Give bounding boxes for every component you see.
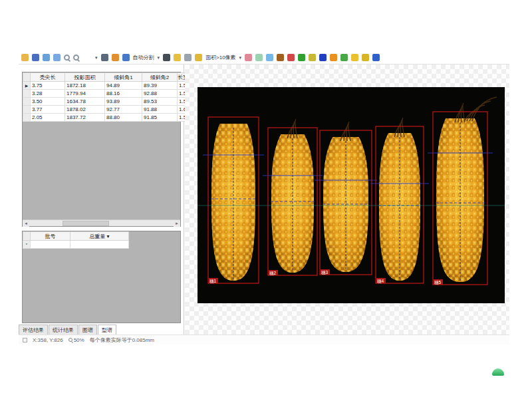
table-cell: 89.39 — [142, 82, 178, 90]
ear-label: 穗4 — [376, 278, 386, 284]
table-cell: 91.88 — [142, 106, 178, 114]
table-row[interactable]: ▶3.751872.1894.8989.391.58 — [23, 82, 190, 90]
table-cell: 3.28 — [31, 90, 65, 98]
monitor-icon[interactable] — [184, 54, 192, 61]
flower-icon[interactable] — [340, 54, 348, 61]
table-cell: 1878.02 — [65, 106, 105, 114]
svg-text:穗3: 穗3 — [321, 270, 329, 275]
column-header[interactable]: 投影面积 — [65, 73, 105, 82]
row-selector[interactable] — [23, 90, 31, 98]
column-header[interactable]: 总重量 ▾ — [70, 232, 129, 241]
pointer-icon[interactable] — [101, 54, 108, 61]
pink-tool-icon[interactable] — [245, 54, 252, 61]
row-header — [23, 232, 31, 241]
save-icon[interactable] — [32, 54, 39, 61]
empty-cell[interactable] — [70, 241, 129, 249]
table-cell: 91.85 — [142, 114, 178, 122]
print-icon[interactable] — [53, 54, 61, 61]
cursor-coordinates: X:358, Y:826 — [33, 337, 63, 343]
table-row[interactable]: 3.501634.7893.8989.531.52 — [23, 98, 190, 106]
tab-型谱[interactable]: 型谱 — [98, 325, 116, 334]
column-header[interactable]: 批号 — [31, 232, 70, 241]
tab-评估结果[interactable]: 评估结果 — [19, 325, 48, 334]
main-toolbar: ▾自动分割▾面积>10像素▾ — [21, 52, 367, 63]
chart-icon[interactable] — [362, 54, 369, 61]
brand-logo-icon — [492, 368, 504, 376]
brown-square-icon[interactable] — [277, 54, 284, 61]
scroll-left-arrow[interactable]: ◄ — [23, 220, 29, 227]
dropdown-caret-icon[interactable]: ▾ — [158, 55, 160, 61]
table-cell: 2.05 — [31, 114, 65, 122]
table-cell: 1634.78 — [65, 98, 105, 106]
zoom-out-icon[interactable] — [73, 55, 79, 61]
svg-text:穗2: 穗2 — [269, 271, 277, 276]
bars-icon[interactable] — [351, 54, 358, 61]
ear-label: 穗1 — [209, 278, 218, 284]
image-viewer[interactable]: 穗1穗2穗3穗4穗5 — [185, 65, 509, 334]
mint-tool-icon[interactable] — [255, 54, 263, 61]
blue-square-icon[interactable] — [319, 54, 327, 61]
mountain-icon[interactable] — [122, 54, 130, 61]
zoom-level: 50% — [68, 337, 84, 343]
ear-label: 穗5 — [434, 279, 443, 285]
row-selector[interactable] — [23, 106, 31, 114]
sky-tool-icon[interactable] — [266, 54, 273, 61]
results-table: 秃尖长投影面积倾斜角1倾斜角2长宽比 ▶3.751872.1894.8989.3… — [23, 72, 190, 122]
weight-table-header: 批号总重量 ▾ — [23, 232, 129, 241]
corn-analysis-overlay: 穗1穗2穗3穗4穗5 — [198, 87, 505, 303]
results-table-container: 秃尖长投影面积倾斜角1倾斜角2长宽比 ▶3.751872.1894.8989.3… — [22, 72, 181, 227]
scrollbar-thumb[interactable] — [63, 221, 109, 226]
dropdown-caret-icon[interactable]: ▾ — [239, 55, 242, 61]
area-filter-label[interactable]: 面积>10像素 — [205, 54, 236, 61]
table-cell: 92.88 — [142, 90, 178, 98]
new-row-marker: * — [23, 241, 31, 249]
zoom-in-icon[interactable] — [64, 55, 70, 61]
pie-icon[interactable] — [330, 54, 337, 61]
table-cell: 88.16 — [105, 90, 142, 98]
table-cell: 3.77 — [31, 106, 65, 114]
table-cell: 1872.18 — [65, 82, 105, 90]
tab-图谱[interactable]: 图谱 — [78, 325, 97, 334]
table-row[interactable]: 3.771878.0292.7791.881.60 — [23, 106, 190, 114]
image-icon[interactable] — [43, 54, 50, 61]
grid-chart-icon[interactable] — [372, 54, 380, 61]
table-cell: 3.50 — [31, 98, 65, 106]
tab-统计结果[interactable]: 统计结果 — [49, 325, 78, 334]
table-row[interactable]: 2.051837.7288.8091.851.58 — [23, 114, 190, 122]
table-cell: 1837.72 — [65, 114, 105, 122]
scroll-right-arrow[interactable]: ► — [174, 220, 180, 227]
ear-label: 穗3 — [321, 269, 330, 275]
table-row[interactable]: 3.281779.9488.1692.881.58 — [23, 90, 190, 98]
weight-table: 批号总重量 ▾ * — [23, 231, 129, 249]
bucket-icon[interactable] — [174, 54, 181, 61]
magnifier-icon — [68, 338, 72, 342]
left-panel: 秃尖长投影面积倾斜角1倾斜角2长宽比 ▶3.751872.1894.8989.3… — [19, 65, 184, 334]
ear-label: 穗2 — [269, 270, 278, 276]
record-icon[interactable] — [298, 54, 305, 61]
svg-text:穗5: 穗5 — [434, 280, 442, 285]
crop-icon[interactable] — [112, 54, 119, 61]
auto-segment-label[interactable]: 自动分割 — [133, 54, 154, 61]
column-header[interactable]: 秃尖长 — [31, 73, 65, 82]
column-header[interactable]: 倾斜角2 — [142, 73, 178, 82]
empty-cell[interactable] — [31, 241, 70, 249]
weight-new-row[interactable]: * — [23, 241, 129, 249]
table-cell: 89.53 — [142, 98, 178, 106]
palette-icon[interactable] — [309, 54, 316, 61]
cursor-icon[interactable] — [163, 54, 170, 61]
table-cell: 3.75 — [31, 82, 65, 90]
bottom-tabs: 评估结果统计结果图谱型谱 — [19, 325, 117, 334]
results-table-header: 秃尖长投影面积倾斜角1倾斜角2长宽比 — [23, 73, 190, 82]
corn-photo[interactable]: 穗1穗2穗3穗4穗5 — [198, 87, 505, 303]
cup-icon[interactable] — [195, 54, 202, 61]
row-selector[interactable] — [23, 98, 31, 106]
status-checkbox[interactable] — [23, 338, 27, 342]
column-header[interactable]: 倾斜角1 — [105, 73, 142, 82]
pen-icon[interactable] — [287, 54, 295, 61]
table-cell: 93.89 — [105, 98, 142, 106]
open-folder-icon[interactable] — [21, 54, 29, 61]
results-hscrollbar[interactable]: ◄ ► — [23, 219, 180, 226]
row-selector[interactable] — [23, 114, 31, 122]
dropdown-caret-icon[interactable]: ▾ — [95, 55, 98, 61]
row-selector[interactable]: ▶ — [23, 82, 31, 90]
